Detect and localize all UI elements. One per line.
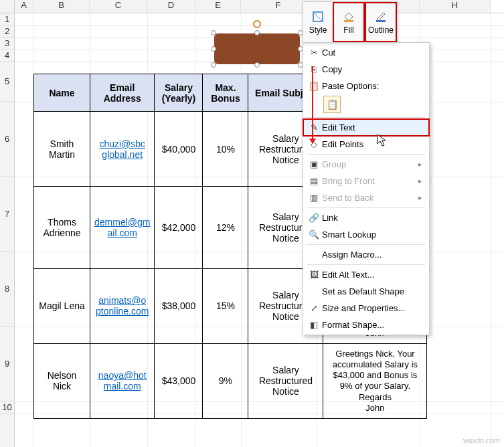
rotate-handle-icon[interactable] <box>253 20 261 28</box>
select-all-corner[interactable] <box>0 0 15 13</box>
email-link[interactable]: naoya@hotmail.com <box>98 370 147 391</box>
header-bonus[interactable]: Max. Bonus <box>203 74 248 112</box>
ctx-edit-points-label: Edit Points <box>322 139 422 149</box>
row-head-7[interactable]: 7 <box>0 177 14 252</box>
column-headers: A B C D E F G H <box>0 0 504 13</box>
row-head-9[interactable]: 9 <box>0 327 14 401</box>
ctx-size-props-label: Size and Properties... <box>322 303 422 313</box>
row-head-10[interactable]: 10 <box>0 401 14 414</box>
row-head-6[interactable]: 6 <box>0 102 14 177</box>
svg-rect-2 <box>376 20 386 22</box>
ctx-edit-alt-text[interactable]: 🖼 Edit Alt Text... <box>303 266 429 283</box>
row-head-4[interactable]: 4 <box>0 50 14 62</box>
ctx-default-shape-label: Set as Default Shape <box>322 286 422 296</box>
ctx-smart-lookup-label: Smart Lookup <box>322 230 422 240</box>
cell-bonus[interactable]: 15% <box>203 268 248 343</box>
cell-salary[interactable]: $42,000 <box>155 187 203 269</box>
cell-salary[interactable]: $43,000 <box>155 343 203 418</box>
ctx-link[interactable]: 🔗 Link <box>303 209 429 226</box>
cell-salary[interactable]: $38,000 <box>155 268 203 343</box>
table-row: Nelson Nicknaoya@hotmail.com$43,0009%Sal… <box>34 343 427 418</box>
cut-icon: ✂ <box>306 48 322 58</box>
cell-subject[interactable]: Salary Restructured Notice <box>248 343 323 418</box>
col-head-D[interactable]: D <box>147 0 195 13</box>
paste-options-row: 📋 <box>303 94 429 116</box>
cell-bonus[interactable]: 10% <box>203 112 248 187</box>
style-label: Style <box>309 25 327 35</box>
cell-name[interactable]: Nelson Nick <box>34 343 90 418</box>
header-salary[interactable]: Salary (Yearly) <box>155 74 203 112</box>
col-head-E[interactable]: E <box>195 0 241 13</box>
smart-lookup-icon: 🔍 <box>306 230 322 240</box>
cell-email[interactable]: animats@optonline.com <box>90 268 155 343</box>
ctx-edit-text-label: Edit Text <box>322 122 422 132</box>
header-email[interactable]: Email Address <box>90 74 155 112</box>
ctx-assign-macro-label: Assign Macro... <box>322 250 422 260</box>
row-headers: 12345678910 <box>0 13 15 447</box>
bring-front-icon: ▤ <box>306 176 322 186</box>
col-head-H[interactable]: H <box>420 0 491 13</box>
send-back-icon: ▥ <box>306 193 322 203</box>
resize-handle[interactable] <box>211 30 216 35</box>
ctx-edit-text[interactable]: ✎ Edit Text <box>303 119 429 136</box>
fill-label: Fill <box>343 25 353 35</box>
chevron-right-icon: ▸ <box>418 193 422 202</box>
paste-icon: 📋 <box>306 81 322 91</box>
ctx-cut[interactable]: ✂ Cut <box>303 44 429 61</box>
resize-handle[interactable] <box>211 46 216 52</box>
cell-salary[interactable]: $40,000 <box>155 112 203 187</box>
ctx-group: ▣ Group ▸ <box>303 156 429 173</box>
ctx-copy-label: Copy <box>322 64 422 74</box>
resize-handle[interactable] <box>254 62 260 68</box>
row-head-8[interactable]: 8 <box>0 252 14 327</box>
cell-bonus[interactable]: 9% <box>203 343 248 418</box>
outline-button[interactable]: Outline <box>365 2 397 42</box>
ctx-edit-points[interactable]: ◇ Edit Points <box>303 136 429 153</box>
resize-handle[interactable] <box>211 62 216 68</box>
paste-option-default[interactable]: 📋 <box>323 96 341 113</box>
ctx-smart-lookup[interactable]: 🔍 Smart Lookup <box>303 226 429 243</box>
separator <box>307 117 425 118</box>
outline-label: Outline <box>368 25 394 35</box>
cell-body[interactable]: Greetings Nick, Your accumulated Salary … <box>323 343 427 418</box>
ctx-format-shape-label: Format Shape... <box>322 320 422 330</box>
separator <box>307 264 425 265</box>
grid-area: Name Email Address Salary (Yearly) Max. … <box>15 13 504 447</box>
ctx-default-shape[interactable]: Set as Default Shape <box>303 283 429 300</box>
col-head-A[interactable]: A <box>15 0 33 13</box>
cell-name[interactable]: Thoms Adrienne <box>34 187 90 269</box>
cell-email[interactable]: chuzi@sbcglobal.net <box>90 112 155 187</box>
cell-email[interactable]: naoya@hotmail.com <box>90 343 155 418</box>
style-button[interactable]: Style <box>303 2 333 42</box>
rounded-rectangle-shape[interactable] <box>214 33 300 64</box>
chevron-right-icon: ▸ <box>418 160 422 169</box>
cell-bonus[interactable]: 12% <box>203 187 248 269</box>
alt-text-icon: 🖼 <box>306 270 322 280</box>
header-name[interactable]: Name <box>34 74 90 112</box>
ctx-link-label: Link <box>322 213 422 223</box>
ctx-size-properties[interactable]: ⤢ Size and Properties... <box>303 300 429 317</box>
row-head-2[interactable]: 2 <box>0 25 14 37</box>
email-link[interactable]: chuzi@sbcglobal.net <box>99 139 145 160</box>
fill-button[interactable]: Fill <box>333 2 365 42</box>
ctx-copy[interactable]: ⎘ Copy <box>303 61 429 78</box>
cell-name[interactable]: Magil Lena <box>34 268 90 343</box>
watermark: wsxdn.com <box>463 436 500 444</box>
row-head-1[interactable]: 1 <box>0 13 14 25</box>
col-head-C[interactable]: C <box>90 0 147 13</box>
separator <box>307 244 425 245</box>
cell-name[interactable]: Smith Martin <box>34 112 90 187</box>
resize-handle[interactable] <box>254 30 260 35</box>
fill-bucket-icon <box>341 9 356 24</box>
row-head-5[interactable]: 5 <box>0 62 14 102</box>
row-head-3[interactable]: 3 <box>0 37 14 50</box>
ctx-assign-macro[interactable]: Assign Macro... <box>303 246 429 263</box>
col-head-B[interactable]: B <box>33 0 90 13</box>
ctx-bring-front-label: Bring to Front <box>322 176 418 186</box>
cell-email[interactable]: demmel@gmail.com <box>90 187 155 269</box>
outline-pen-icon <box>373 9 388 24</box>
email-link[interactable]: animats@optonline.com <box>96 295 149 317</box>
chevron-right-icon: ▸ <box>418 177 422 185</box>
ctx-format-shape[interactable]: ◧ Format Shape... <box>303 317 429 333</box>
email-link[interactable]: demmel@gmail.com <box>94 217 150 238</box>
